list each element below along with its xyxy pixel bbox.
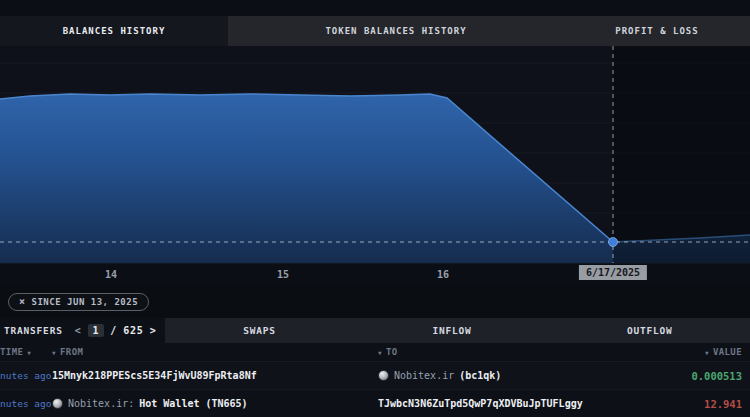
total-pages: 625 xyxy=(123,325,143,336)
tab-profit-and-loss[interactable]: PROFIT & LOSS xyxy=(564,16,750,46)
page-separator: / xyxy=(110,325,117,336)
filter-row: × SINCE Jun 13, 2025 xyxy=(0,285,750,318)
to-address-link[interactable]: TJwbcN3N6ZuTpd5QwP7qXDVBuJpTUFLggy xyxy=(378,398,632,409)
header-value[interactable]: ▼ VALUE xyxy=(632,347,742,357)
filter-icon[interactable]: ▼ xyxy=(705,349,709,356)
transfers-tab-bar: TRANSFERS < 1 / 625 > SWAPS INFLOW OUTFL… xyxy=(0,318,750,343)
table-header-row: TIME ▼ ▼ FROM ▼ TO ▼ VALUE xyxy=(0,343,750,361)
balance-history-chart[interactable] xyxy=(0,46,750,263)
next-page-button[interactable]: > xyxy=(150,325,157,336)
nobitex-icon xyxy=(378,370,389,381)
chip-label: SINCE Jun 13, 2025 xyxy=(32,297,139,307)
transfer-time-link[interactable]: nutes ago xyxy=(0,370,52,381)
chart-x-axis: 14 15 16 6/17/2025 xyxy=(0,263,750,285)
tab-token-balances-history[interactable]: TOKEN BALANCES HISTORY xyxy=(228,16,564,46)
x-tick: 14 xyxy=(105,269,117,280)
header-from-label: FROM xyxy=(60,347,83,357)
pagination: < 1 / 625 > xyxy=(75,324,157,337)
to-entity-link[interactable]: Nobitex.ir (bc1qk) xyxy=(378,370,632,381)
entity-wallet: Hot Wallet (TN665) xyxy=(139,398,247,409)
filter-icon[interactable]: ▼ xyxy=(378,349,382,356)
entity-wallet: (bc1qk) xyxy=(459,370,501,381)
entity-name: Nobitex.ir xyxy=(394,370,454,381)
chart-point-marker xyxy=(609,238,618,247)
tab-balances-history[interactable]: BALANCES HISTORY xyxy=(0,16,228,46)
chart-tab-bar: BALANCES HISTORY TOKEN BALANCES HISTORY … xyxy=(0,16,750,46)
transfer-value: 0.000513 xyxy=(691,370,742,382)
tab-transfers-label: TRANSFERS xyxy=(4,325,63,336)
header-time[interactable]: TIME ▼ xyxy=(0,347,52,357)
header-to-label: TO xyxy=(386,347,398,357)
tab-outflow[interactable]: OUTFLOW xyxy=(550,318,750,343)
prev-page-button[interactable]: < xyxy=(75,325,82,336)
tab-inflow[interactable]: INFLOW xyxy=(354,318,549,343)
area-chart-svg xyxy=(0,46,750,263)
header-value-label: VALUE xyxy=(713,347,742,357)
tab-transfers[interactable]: TRANSFERS < 1 / 625 > xyxy=(0,318,165,343)
sort-caret-icon[interactable]: ▼ xyxy=(27,349,31,356)
transfer-value: 12.941 xyxy=(704,398,742,410)
header-time-label: TIME xyxy=(0,347,23,357)
entity-name: Nobitex.ir: xyxy=(68,398,134,409)
top-strip xyxy=(0,0,750,16)
x-tick: 15 xyxy=(277,269,289,280)
filter-icon[interactable]: ▼ xyxy=(52,349,56,356)
table-row[interactable]: nutes ago 15Mnyk218PPEScs5E34FjWvU89FpRt… xyxy=(0,361,750,389)
current-page: 1 xyxy=(88,324,105,337)
nobitex-icon xyxy=(52,398,63,409)
table-row[interactable]: nutes ago Nobitex.ir: Hot Wallet (TN665)… xyxy=(0,389,750,417)
from-entity-link[interactable]: Nobitex.ir: Hot Wallet (TN665) xyxy=(52,398,378,409)
x-tick: 16 xyxy=(437,269,449,280)
chip-close-icon[interactable]: × xyxy=(19,297,26,307)
since-date-filter-chip[interactable]: × SINCE Jun 13, 2025 xyxy=(8,293,149,311)
tab-swaps[interactable]: SWAPS xyxy=(165,318,355,343)
header-to[interactable]: ▼ TO xyxy=(378,347,632,357)
header-from[interactable]: ▼ FROM xyxy=(52,347,378,357)
from-address-link[interactable]: 15Mnyk218PPEScs5E34FjWvU89FpRta8Nf xyxy=(52,370,378,381)
crosshair-date-tooltip: 6/17/2025 xyxy=(579,265,647,280)
transfer-time-link[interactable]: nutes ago xyxy=(0,398,52,409)
